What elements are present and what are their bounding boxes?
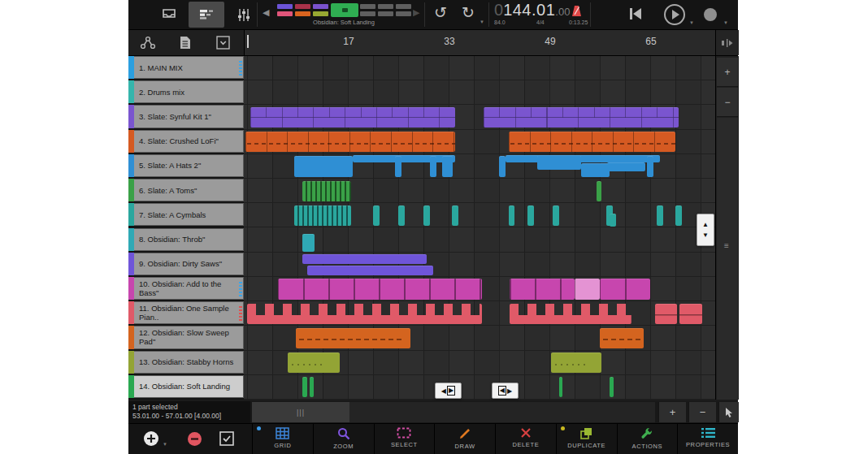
nudge-right-handle[interactable]: ◀▶ xyxy=(492,383,519,399)
track-chip[interactable] xyxy=(277,4,293,9)
spinner-up-icon[interactable]: ▲ xyxy=(702,221,709,229)
clip[interactable] xyxy=(302,377,306,397)
clip[interactable] xyxy=(600,328,644,348)
track-header[interactable]: 5. Slate: A Hats 2" xyxy=(128,154,244,177)
grid-row[interactable] xyxy=(244,375,715,400)
clip[interactable] xyxy=(302,181,351,201)
tracks-view-button[interactable] xyxy=(189,2,224,28)
track-chip[interactable] xyxy=(360,4,375,9)
dropdown-select-icon[interactable] xyxy=(216,36,230,50)
track-header[interactable]: 12. Obsidian: Slow Sweep Pad" xyxy=(128,326,244,348)
add-menu-caret[interactable]: ▼ xyxy=(163,442,167,447)
browser-button[interactable] xyxy=(151,2,187,28)
redo-button[interactable]: ↻ xyxy=(462,5,475,20)
clip[interactable] xyxy=(553,205,559,226)
clip[interactable] xyxy=(655,304,677,324)
clip[interactable] xyxy=(247,304,482,324)
clip[interactable] xyxy=(294,205,351,226)
track-header[interactable]: 13. Obsidian: Stabby Horns xyxy=(128,351,244,374)
h-zoom-out-button[interactable]: − xyxy=(688,402,716,422)
v-scrollbar-thumb[interactable] xyxy=(717,118,738,400)
duplicate-tool-button[interactable]: DUPLICATE xyxy=(556,424,617,454)
selected-track-chip[interactable] xyxy=(331,3,358,17)
clip[interactable] xyxy=(442,156,452,176)
track-chip[interactable] xyxy=(378,4,393,9)
remove-button[interactable] xyxy=(187,431,202,447)
clip[interactable] xyxy=(506,155,660,162)
clip[interactable] xyxy=(245,132,455,152)
track-header[interactable]: 10. Obsidian: Add to the Bass" xyxy=(128,277,244,300)
clip[interactable] xyxy=(310,377,314,397)
track-header[interactable]: 2. Drums mix xyxy=(128,80,244,103)
clip[interactable] xyxy=(398,205,405,226)
clip[interactable] xyxy=(294,156,353,176)
clip[interactable] xyxy=(302,234,315,252)
v-zoom-out-button[interactable]: − xyxy=(717,88,738,117)
tempo-value[interactable]: 84.0 xyxy=(494,19,506,25)
track-chip[interactable] xyxy=(313,4,328,9)
grid-row[interactable] xyxy=(244,80,715,105)
clip[interactable] xyxy=(607,162,645,171)
clip[interactable] xyxy=(657,205,663,226)
track-chip-strip[interactable] xyxy=(277,3,410,18)
clip[interactable] xyxy=(675,205,682,226)
metronome-icon[interactable] xyxy=(571,5,582,17)
track-header[interactable]: 7. Slate: A Cymbals xyxy=(128,203,244,226)
rewind-button[interactable] xyxy=(628,7,643,20)
clip[interactable] xyxy=(537,155,581,170)
clip[interactable] xyxy=(278,279,482,299)
clip[interactable] xyxy=(302,254,427,264)
clip[interactable] xyxy=(307,266,433,275)
multi-select-button[interactable] xyxy=(219,431,234,446)
nudge-left-handle[interactable]: ◀▶ xyxy=(435,383,462,399)
clip[interactable] xyxy=(430,156,436,176)
track-height-spinner[interactable]: ▲ ▼ xyxy=(697,214,714,246)
prev-track-arrow[interactable]: ◀ xyxy=(263,7,269,18)
track-header[interactable]: 4. Slate: Crushed LoFi" xyxy=(128,130,244,153)
clip[interactable] xyxy=(647,156,653,176)
spinner-down-icon[interactable]: ▼ xyxy=(702,231,709,240)
redo-menu-caret[interactable]: ▼ xyxy=(480,19,484,24)
clip[interactable] xyxy=(559,377,563,397)
clip[interactable] xyxy=(551,352,601,373)
clip[interactable] xyxy=(581,163,610,176)
clip[interactable] xyxy=(510,304,631,324)
track-chip[interactable] xyxy=(295,11,310,16)
v-zoom-in-button[interactable]: + xyxy=(717,58,738,87)
track-chip[interactable] xyxy=(277,11,293,16)
track-header[interactable]: 6. Slate: A Toms" xyxy=(128,179,244,201)
select-tool-button[interactable]: SELECT xyxy=(374,424,435,454)
pointer-mode-button[interactable] xyxy=(718,402,739,422)
routing-nodes-icon[interactable] xyxy=(140,36,156,50)
clip[interactable] xyxy=(597,181,601,201)
track-header[interactable]: 3. Slate: Synful Kit 1" xyxy=(128,105,244,128)
grid-row[interactable] xyxy=(244,228,715,253)
track-header[interactable]: 1. MAIN MIX xyxy=(128,56,244,79)
track-header[interactable]: 14. Obsidian: Soft Landing xyxy=(128,375,244,398)
clip[interactable] xyxy=(250,107,455,128)
play-button[interactable] xyxy=(663,3,686,26)
actions-tool-button[interactable]: ACTIONS xyxy=(617,424,678,454)
record-button[interactable] xyxy=(702,6,718,23)
time-signature[interactable]: 4/4 xyxy=(536,19,545,25)
clip[interactable] xyxy=(610,377,614,397)
play-menu-caret[interactable]: ▼ xyxy=(689,20,694,25)
document-icon[interactable] xyxy=(179,36,191,50)
zoom-tool-button[interactable]: ZOOM xyxy=(313,424,374,454)
clip[interactable] xyxy=(452,205,458,226)
grid-tool-button[interactable]: GRID xyxy=(252,424,313,454)
next-track-arrow[interactable]: ▶ xyxy=(413,7,419,18)
clip[interactable] xyxy=(288,352,340,373)
record-menu-caret[interactable]: ▼ xyxy=(723,20,728,25)
clip[interactable] xyxy=(353,155,455,162)
arrangement-grid[interactable] xyxy=(244,56,715,400)
h-scrollbar-thumb[interactable]: ||| xyxy=(252,402,349,422)
clip[interactable] xyxy=(527,205,534,226)
properties-tool-button[interactable]: PROPERTIES xyxy=(677,424,738,454)
track-header[interactable]: 9. Obsidian: Dirty Saws" xyxy=(128,253,244,275)
track-chip[interactable] xyxy=(295,4,310,9)
track-chip[interactable] xyxy=(396,11,411,16)
add-button[interactable] xyxy=(142,430,160,448)
clip[interactable] xyxy=(499,156,506,176)
clip[interactable] xyxy=(509,205,515,226)
